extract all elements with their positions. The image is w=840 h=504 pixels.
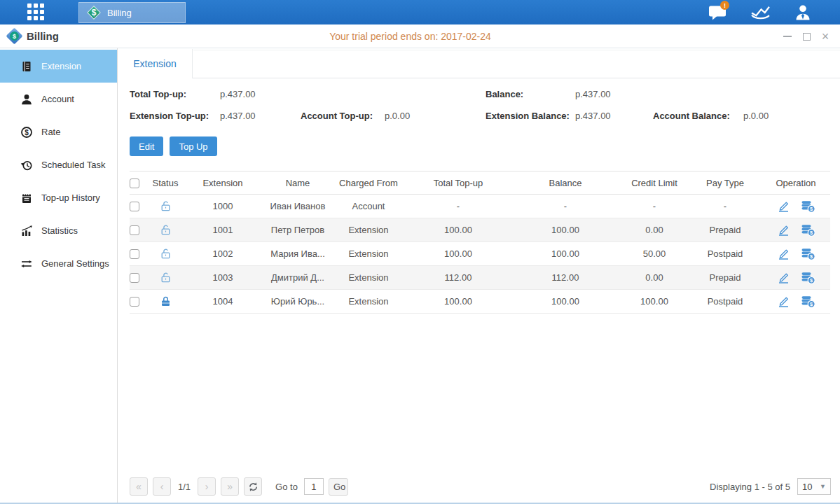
goto-page-input[interactable] [304,478,324,495]
sidebar-item-label: General Settings [41,258,109,269]
cell-pay-type: Prepaid [689,218,762,242]
select-all-checkbox[interactable] [130,178,139,188]
cell-name: Петр Петров [264,218,331,242]
column-header-total-top-up: Total Top-up [406,172,511,195]
edit-row-button[interactable] [776,295,790,308]
sidebar-item-account[interactable]: Account [0,83,117,115]
page-indicator: 1/1 [178,482,191,492]
cell-name: Иван Иванов [264,195,331,218]
stats-icon [20,225,33,237]
cell-pay-type: Postpaid [689,242,762,266]
sidebar-item-label: Statistics [41,225,78,236]
sidebar-item-extension[interactable]: Extension [0,50,117,83]
cell-pay-type: Prepaid [689,266,762,290]
user-menu-button[interactable] [792,3,813,22]
lock-open-icon [149,224,181,236]
cell-charged-from: Extension [331,218,406,242]
column-header-balance: Balance [511,172,620,195]
pagination-bar: « ‹ 1/1 › » Go to Go Displaying [130,477,831,496]
cell-charged-from: Extension [331,290,406,314]
cell-balance: 100.00 [511,242,620,266]
account-topup-label: Account Top-up: [301,111,385,121]
last-page-button[interactable]: » [221,477,239,496]
go-button[interactable]: Go [329,478,348,496]
next-page-button[interactable]: › [198,477,216,496]
svg-text:$: $ [25,128,29,136]
content-area: Extension Total Top-up: p.437.00 Balance… [118,48,840,503]
row-checkbox[interactable] [130,249,139,259]
sidebar-item-rate[interactable]: $Rate [0,115,117,148]
first-page-button[interactable]: « [130,477,148,496]
cell-name: Дмитрий Д... [264,266,331,290]
extension-topup-label: Extension Top-up: [130,111,220,121]
topup-row-button[interactable]: $ [801,295,815,308]
cell-balance: 112.00 [511,266,620,290]
balance-value: p.437.00 [575,89,611,99]
row-checkbox[interactable] [130,225,139,235]
messages-button[interactable]: ! [707,3,728,22]
table-header-row: StatusExtensionNameCharged FromTotal Top… [130,172,830,195]
edit-button[interactable]: Edit [130,136,163,156]
sidebar-item-statistics[interactable]: Statistics [0,214,117,247]
account-balance-value: p.0.00 [743,111,769,121]
cell-balance: 100.00 [511,218,620,242]
apps-grid-button[interactable] [27,4,46,22]
top-up-button[interactable]: Top Up [170,136,216,156]
main-area: ExtensionAccount$RateScheduled TaskTop-u… [0,48,840,503]
cell-total-topup: 100.00 [406,218,511,242]
cell-extension: 1000 [181,195,264,218]
refresh-icon [248,482,259,492]
cell-credit-limit: 50.00 [620,242,689,266]
topup-row-button[interactable]: $ [801,200,815,213]
sidebar-item-scheduled-task[interactable]: Scheduled Task [0,148,117,181]
window-title: Billing [7,29,59,43]
topup-row-button[interactable]: $ [801,272,815,284]
sidebar-item-top-up-history[interactable]: Top-up History [0,181,117,214]
window-controls: × [783,24,830,48]
cell-credit-limit: - [620,195,689,218]
taskbar-billing-tab[interactable]: Billing [78,2,186,23]
extension-topup-value: p.437.00 [220,111,301,121]
page-size-value: 10 [802,482,812,492]
cell-total-topup: 100.00 [406,242,511,266]
extension-table-wrap: StatusExtensionNameCharged FromTotal Top… [130,171,831,314]
edit-row-button[interactable] [776,272,790,284]
taskbar-tab-label: Billing [107,8,132,18]
maximize-icon[interactable] [801,31,811,41]
edit-row-button[interactable] [776,224,790,237]
cell-balance: - [511,195,620,218]
sidebar-item-label: Rate [41,127,60,137]
topup-row-button[interactable]: $ [801,224,815,237]
cell-credit-limit: 100.00 [620,290,689,314]
minimize-icon[interactable] [783,31,792,41]
sidebar-item-label: Account [41,94,74,104]
cell-total-topup: 112.00 [406,266,511,290]
line-chart-icon [750,4,771,21]
tab-extension[interactable]: Extension [118,49,193,78]
user-icon [794,4,812,22]
account-balance-label: Account Balance: [653,111,743,121]
lock-open-icon [149,200,181,212]
topup-row-button[interactable]: $ [801,248,815,260]
person-icon [20,93,33,106]
reports-button[interactable] [750,3,771,22]
page-size-select[interactable]: 10 ▼ [797,478,831,495]
row-checkbox[interactable] [130,202,139,211]
pagination-right: Displaying 1 - 5 of 5 10 ▼ [710,478,831,495]
row-checkbox[interactable] [130,297,139,307]
column-header-extension: Extension [181,172,264,195]
edit-row-button[interactable] [776,200,790,213]
prev-page-button[interactable]: ‹ [153,477,171,496]
cell-charged-from: Account [331,195,406,218]
cell-pay-type: - [689,195,762,218]
cell-name: Мария Ива... [264,242,331,266]
close-icon[interactable]: × [820,31,830,41]
column-header-name: Name [264,172,331,195]
edit-row-button[interactable] [776,248,790,260]
billing-dollar-icon [87,6,101,20]
refresh-button[interactable] [244,477,262,496]
row-checkbox[interactable] [130,273,139,283]
cell-extension: 1002 [181,242,264,266]
column-header-pay-type: Pay Type [689,172,762,195]
sidebar-item-general-settings[interactable]: General Settings [0,247,117,280]
